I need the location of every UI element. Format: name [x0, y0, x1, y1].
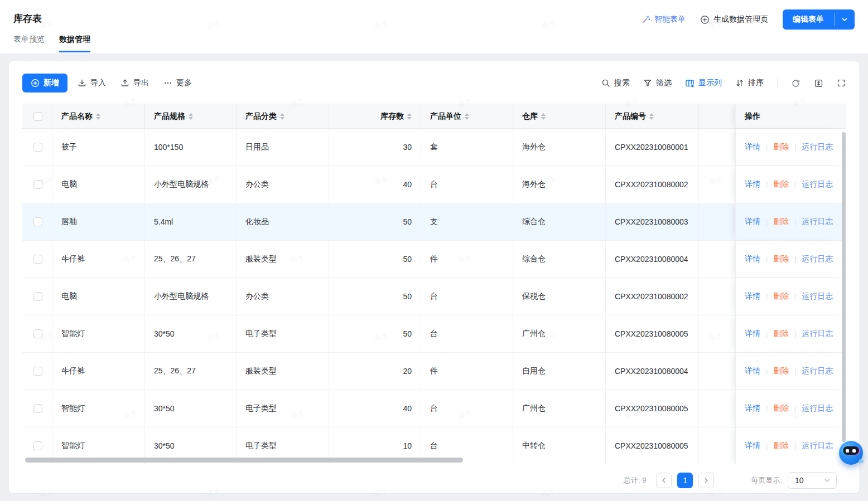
row-checkbox[interactable] — [33, 217, 42, 226]
vertical-scrollbar[interactable] — [842, 132, 846, 442]
sort-icon[interactable] — [407, 113, 412, 120]
tab-form-preview[interactable]: 表单预览 — [13, 35, 45, 52]
row-height-button[interactable] — [814, 79, 823, 88]
row-checkbox[interactable] — [33, 292, 42, 301]
row-checkbox[interactable] — [33, 404, 42, 413]
toolbar-left: 导入 导出 更多 — [78, 78, 192, 88]
detail-link[interactable]: 详情 — [745, 291, 760, 301]
row-checkbox[interactable] — [33, 180, 42, 189]
run-log-link[interactable]: 运行日志 — [802, 217, 833, 227]
column-label: 库存数 — [380, 111, 404, 121]
run-log-link[interactable]: 运行日志 — [802, 403, 833, 414]
next-page-button[interactable] — [698, 473, 714, 488]
sort-icon[interactable] — [465, 113, 469, 120]
run-log-link[interactable]: 运行日志 — [802, 366, 833, 376]
prev-page-button[interactable] — [656, 473, 672, 488]
row-select-cell — [22, 353, 52, 390]
select-all-checkbox[interactable] — [33, 112, 42, 121]
assistant-robot-button[interactable] — [839, 441, 863, 465]
cell-category: 日用品 — [237, 129, 329, 166]
delete-link[interactable]: 删除 — [773, 254, 789, 264]
cell-warehouse: 中转仓 — [513, 427, 606, 464]
sort-icon[interactable] — [189, 113, 193, 120]
search-button[interactable]: 搜索 — [601, 78, 630, 88]
refresh-button[interactable] — [791, 79, 801, 88]
select-all-header — [22, 104, 52, 128]
chevron-down-icon — [823, 476, 831, 484]
column-header-category[interactable]: 产品分类 — [237, 104, 329, 128]
run-log-link[interactable]: 运行日志 — [802, 142, 833, 152]
delete-link[interactable]: 删除 — [773, 329, 789, 339]
delete-link[interactable]: 删除 — [773, 179, 789, 189]
delete-link[interactable]: 删除 — [773, 142, 789, 152]
more-button[interactable]: 更多 — [163, 78, 192, 88]
smart-form-button[interactable]: 智能表单 — [642, 14, 686, 25]
sort-icon[interactable] — [96, 113, 100, 120]
generate-data-page-button[interactable]: 生成数据管理页 — [700, 14, 768, 25]
run-log-link[interactable]: 运行日志 — [802, 441, 833, 451]
columns-icon — [685, 79, 695, 88]
detail-link[interactable]: 详情 — [745, 179, 760, 189]
delete-link[interactable]: 删除 — [773, 366, 789, 376]
run-log-link[interactable]: 运行日志 — [802, 254, 833, 264]
show-columns-button[interactable]: 显示列 — [685, 78, 722, 88]
edit-form-button[interactable]: 编辑表单 — [783, 9, 834, 30]
filter-button[interactable]: 筛选 — [643, 78, 672, 88]
sort-arrows-icon — [735, 79, 744, 87]
column-header-spec[interactable]: 产品规格 — [145, 104, 237, 128]
detail-link[interactable]: 详情 — [745, 366, 760, 376]
row-checkbox[interactable] — [33, 329, 42, 338]
row-actions-cell: 详情|删除|运行日志 — [735, 390, 841, 427]
cell-filler — [699, 390, 735, 427]
link-divider: | — [794, 405, 796, 412]
import-button[interactable]: 导入 — [78, 78, 106, 88]
run-log-link[interactable]: 运行日志 — [802, 329, 833, 339]
row-checkbox[interactable] — [33, 255, 42, 264]
data-card: 新增 导入 导出 — [9, 61, 859, 493]
data-table: 产品名称产品规格产品分类库存数产品单位仓库产品编号操作 被子100*150日用品… — [22, 104, 846, 464]
sort-icon[interactable] — [280, 113, 284, 120]
add-button[interactable]: 新增 — [22, 74, 67, 93]
cell-unit: 台 — [421, 315, 513, 352]
row-checkbox[interactable] — [33, 143, 42, 152]
detail-link[interactable]: 详情 — [745, 403, 760, 414]
detail-link[interactable]: 详情 — [745, 254, 760, 264]
link-divider: | — [794, 143, 796, 151]
cell-stock: 50 — [329, 203, 421, 240]
column-header-unit[interactable]: 产品单位 — [421, 104, 513, 128]
delete-link[interactable]: 删除 — [773, 217, 789, 227]
row-select-cell — [22, 278, 52, 315]
detail-link[interactable]: 详情 — [745, 329, 760, 339]
column-header-warehouse[interactable]: 仓库 — [513, 104, 606, 128]
run-log-link[interactable]: 运行日志 — [802, 179, 833, 189]
cell-unit: 台 — [421, 166, 513, 203]
detail-link[interactable]: 详情 — [745, 217, 760, 227]
export-button[interactable]: 导出 — [120, 78, 149, 88]
link-divider: | — [794, 442, 796, 450]
column-header-stock[interactable]: 库存数 — [329, 104, 421, 128]
row-actions-cell: 详情|删除|运行日志 — [735, 129, 841, 166]
delete-link[interactable]: 删除 — [773, 291, 789, 301]
run-log-link[interactable]: 运行日志 — [802, 291, 833, 301]
sort-icon[interactable] — [649, 113, 654, 120]
column-label: 产品规格 — [154, 111, 185, 121]
delete-link[interactable]: 删除 — [773, 403, 789, 414]
per-page-select[interactable]: 10 — [788, 472, 837, 489]
column-header-code[interactable]: 产品编号 — [606, 104, 699, 128]
column-label: 产品名称 — [61, 111, 93, 121]
edit-form-dropdown-button[interactable] — [835, 9, 855, 30]
detail-link[interactable]: 详情 — [745, 142, 760, 152]
horizontal-scrollbar[interactable] — [25, 458, 463, 463]
column-header-name[interactable]: 产品名称 — [52, 104, 145, 128]
row-checkbox[interactable] — [33, 367, 42, 376]
page-button-1[interactable]: 1 — [677, 473, 693, 488]
cell-unit: 套 — [421, 129, 513, 166]
tab-data-management[interactable]: 数据管理 — [59, 35, 90, 52]
delete-link[interactable]: 删除 — [773, 441, 789, 451]
table-row: 智能灯30*50电子类型50台广州仓CPXX202310080005详情|删除|… — [22, 315, 846, 353]
sort-button[interactable]: 排序 — [735, 78, 764, 88]
detail-link[interactable]: 详情 — [745, 441, 760, 451]
fullscreen-button[interactable] — [837, 79, 846, 87]
sort-icon[interactable] — [541, 113, 546, 120]
row-checkbox[interactable] — [33, 441, 42, 450]
